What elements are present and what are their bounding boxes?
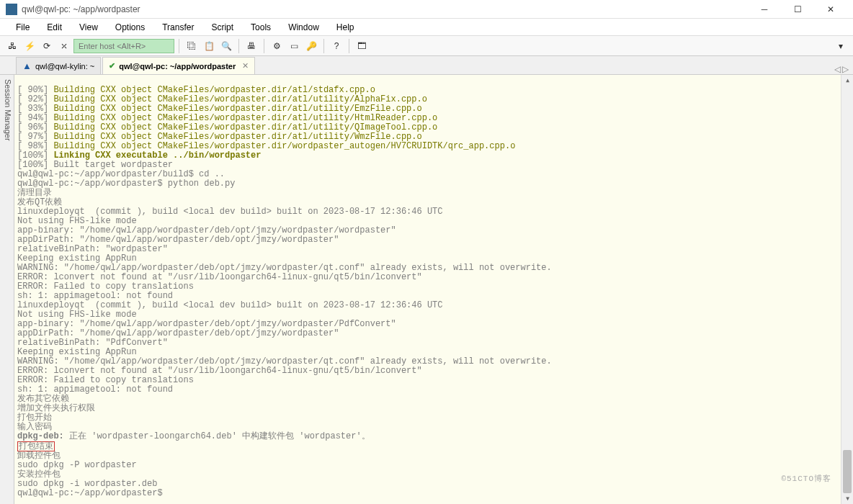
host-input[interactable] — [73, 39, 174, 53]
tape-icon[interactable]: ▭ — [286, 38, 302, 54]
tab-label: qwl@qwl-kylin: ~ — [35, 62, 94, 71]
quick-connect-icon[interactable]: ⚡ — [22, 38, 37, 54]
copy-icon[interactable]: ⿻ — [184, 38, 200, 54]
close-tab-icon[interactable]: ✕ — [242, 61, 249, 71]
paste-icon[interactable]: 📋 — [201, 38, 217, 54]
session-tree-icon[interactable]: 🖧 — [4, 38, 20, 54]
menu-window[interactable]: Window — [280, 20, 328, 35]
menu-file[interactable]: File — [7, 20, 38, 35]
scroll-up-icon[interactable]: ▴ — [841, 75, 853, 87]
maximize-button[interactable]: ☐ — [781, 1, 814, 18]
menu-view[interactable]: View — [71, 20, 107, 35]
title-bar: qwl@qwl-pc: ~/app/wordpaster ─ ☐ ✕ — [0, 0, 853, 19]
menu-script[interactable]: Script — [202, 20, 242, 35]
session-manager-panel[interactable]: Session Manager — [0, 75, 14, 504]
terminal-output[interactable]: [ 90%] Building CXX object CMakeFiles/wo… — [14, 75, 853, 504]
toolbar-dropdown-icon[interactable]: ▾ — [833, 38, 849, 54]
reconnect-icon[interactable]: ⟳ — [39, 38, 55, 54]
menu-transfer[interactable]: Transfer — [153, 20, 202, 35]
menu-bar: File Edit View Options Transfer Script T… — [0, 19, 853, 36]
check-icon: ✔ — [109, 61, 115, 71]
minimize-button[interactable]: ─ — [748, 1, 781, 18]
menu-edit[interactable]: Edit — [38, 20, 71, 35]
tab-label: qwl@qwl-pc: ~/app/wordpaster — [119, 62, 236, 71]
watermark: ©51CTO博客 — [781, 474, 831, 484]
menu-tools[interactable]: Tools — [242, 20, 280, 35]
tab-next-icon[interactable]: ▷ — [842, 64, 849, 74]
find-icon[interactable]: 🔍 — [218, 38, 234, 54]
tab-bar: ▲ qwl@qwl-kylin: ~ ✔ qwl@qwl-pc: ~/app/w… — [0, 56, 853, 75]
session-tab-2[interactable]: ✔ qwl@qwl-pc: ~/app/wordpaster ✕ — [102, 57, 255, 74]
highlighted-text: 打包结束 — [17, 441, 55, 451]
app-icon — [6, 4, 17, 15]
scrollbar-thumb[interactable] — [843, 450, 852, 493]
window-title: qwl@qwl-pc: ~/app/wordpaster — [22, 4, 748, 14]
menu-help[interactable]: Help — [328, 20, 363, 35]
toolbar: 🖧 ⚡ ⟳ ⤫ ⿻ 📋 🔍 🖶 ⚙ ▭ 🔑 ? 🗔 ▾ — [0, 36, 853, 56]
warning-icon: ▲ — [22, 60, 32, 71]
terminal-scrollbar[interactable]: ▴ ▾ — [841, 75, 853, 504]
close-button[interactable]: ✕ — [814, 1, 847, 18]
help-icon[interactable]: ? — [329, 38, 344, 54]
scroll-down-icon[interactable]: ▾ — [841, 493, 853, 504]
session-tab-1[interactable]: ▲ qwl@qwl-kylin: ~ — [16, 57, 101, 74]
menu-options[interactable]: Options — [107, 20, 153, 35]
window-icon[interactable]: 🗔 — [354, 38, 370, 54]
tab-prev-icon[interactable]: ◁ — [834, 64, 841, 74]
disconnect-icon[interactable]: ⤫ — [56, 38, 72, 54]
print-icon[interactable]: 🖶 — [244, 38, 259, 54]
settings-icon[interactable]: ⚙ — [269, 38, 285, 54]
key-icon[interactable]: 🔑 — [303, 38, 319, 54]
